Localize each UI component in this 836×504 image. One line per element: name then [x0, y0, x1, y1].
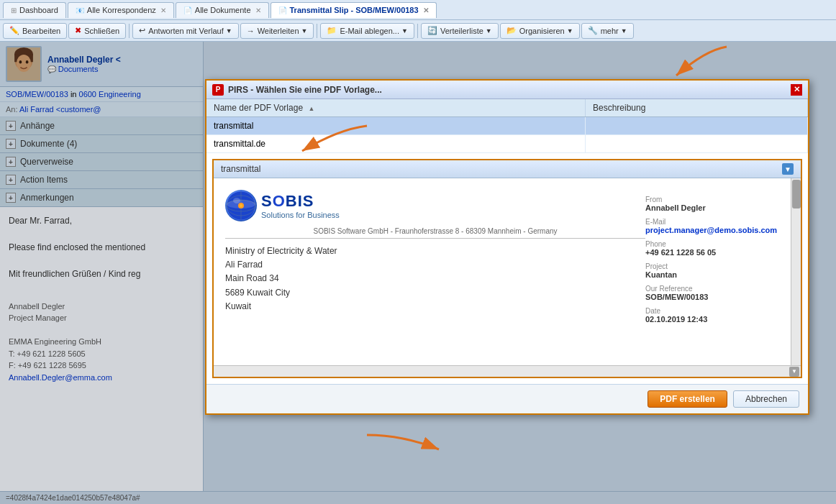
antworten-label: Antworten mit Verlauf [148, 27, 224, 35]
dialog-close-button[interactable]: ✕ [791, 84, 802, 96]
tab-transmittal-close[interactable]: ✕ [423, 6, 429, 14]
recipient-country: Kuwait [225, 300, 645, 313]
weiterleiten-button[interactable]: → Weiterleiten ▼ [240, 23, 314, 39]
tab-alle-dokumente[interactable]: 📄 Alle Dokumente ✕ [176, 2, 269, 18]
template-desc-transmittal [585, 117, 807, 135]
toolbar-sep-2 [317, 24, 317, 38]
tab-korrespondenz-close[interactable]: ✕ [160, 6, 166, 14]
template-table-header: Name der PDF Vorlage ▲ Beschreibung [206, 99, 808, 117]
tab-transmittal[interactable]: 📄 Transmittal Slip - SOB/MEW/00183 ✕ [271, 2, 437, 18]
tab-bar: ⊞ Dashboard 📧 Alle Korrespondenz ✕ 📄 All… [0, 0, 836, 20]
verteilerliste-button[interactable]: 🔄 Verteilerliste ▼ [421, 23, 499, 39]
recipient-name: Ali Farrad [225, 258, 645, 272]
verteilerliste-label: Verteilerliste [440, 27, 483, 35]
preview-toggle-button[interactable]: ▼ [782, 163, 794, 175]
bearbeiten-button[interactable]: ✏️ Bearbeiten [3, 23, 67, 39]
sobis-logo: SOBIS Solutions for Business [225, 190, 645, 221]
organisieren-icon: 📂 [506, 26, 517, 35]
preview-header: transmittal ▼ [214, 160, 801, 178]
svg-point-13 [233, 198, 240, 203]
recipient-postal: 5689 Kuwait City [225, 286, 645, 300]
from-label: From [645, 196, 789, 203]
recipient-street: Main Road 34 [225, 272, 645, 285]
sobis-tagline: Solutions for Business [261, 211, 340, 219]
toolbar-sep-3 [417, 24, 418, 38]
tab-dokumente-label: Alle Dokumente [195, 6, 251, 14]
preview-bottom-scroll: ▼ [214, 365, 801, 377]
dokumente-tab-icon: 📄 [183, 6, 192, 14]
dialog-title: PIRS - Wählen Sie eine PDF Vorlage... [228, 85, 791, 95]
date-value: 02.10.2019 12:43 [645, 315, 789, 324]
company-divider: SOBIS Software GmbH - Fraunhoferstrasse … [225, 227, 645, 239]
email-field-label: E-Mail [645, 218, 789, 226]
weiterleiten-label: Weiterleiten [258, 27, 299, 35]
pdf-template-dialog: P PIRS - Wählen Sie eine PDF Vorlage... … [205, 79, 809, 415]
recipient-info: Ministry of Electricity & Water Ali Farr… [225, 244, 645, 313]
col-name-label: Name der PDF Vorlage [214, 103, 303, 113]
organisieren-label: Organisieren [519, 27, 565, 35]
transmittal-tab-icon: 📄 [278, 6, 287, 14]
template-row-transmittal-de[interactable]: transmittal.de [206, 135, 808, 153]
svg-point-15 [240, 204, 242, 207]
col-name-header: Name der PDF Vorlage ▲ [206, 99, 585, 117]
mehr-label: mehr [601, 27, 619, 35]
project-label: Project [645, 262, 789, 270]
from-value: Annabell Degler [645, 203, 789, 212]
dialog-title-bar: P PIRS - Wählen Sie eine PDF Vorlage... … [206, 81, 808, 99]
scroll-down-icon[interactable]: ▼ [789, 367, 799, 377]
sobis-globe-icon [225, 190, 257, 221]
tab-dashboard[interactable]: ⊞ Dashboard [3, 2, 66, 18]
ref-label: Our Reference [645, 285, 789, 293]
preview-title: transmittal [221, 164, 260, 174]
sort-icon: ▲ [308, 105, 314, 112]
preview-section: transmittal ▼ [212, 159, 802, 378]
weiterleiten-dropdown-icon: ▼ [301, 27, 308, 35]
sobis-text: SOBIS Solutions for Business [261, 192, 340, 219]
bearbeiten-icon: ✏️ [9, 26, 19, 35]
email-ablegen-icon: 📁 [327, 26, 337, 35]
antworten-icon: ↩ [139, 26, 145, 35]
template-row-transmittal[interactable]: transmittal [206, 117, 808, 135]
email-ablegen-dropdown-icon: ▼ [401, 27, 408, 35]
email-ablegen-button[interactable]: 📁 E-Mail ablegen... ▼ [320, 23, 414, 39]
col-desc-header: Beschreibung [585, 99, 807, 117]
preview-right: From Annabell Degler E-Mail project.mana… [645, 190, 789, 354]
template-table: Name der PDF Vorlage ▲ Beschreibung tran… [206, 99, 808, 153]
email-ablegen-label: E-Mail ablegen... [340, 27, 399, 35]
antworten-button[interactable]: ↩ Antworten mit Verlauf ▼ [132, 23, 238, 39]
toolbar: ✏️ Bearbeiten ✖ Schließen ↩ Antworten mi… [0, 20, 836, 42]
toolbar-sep-1 [129, 24, 130, 38]
korrespondenz-tab-icon: 📧 [76, 6, 84, 14]
preview-content: SOBIS Solutions for Business SOBIS Softw… [214, 178, 801, 365]
preview-toggle-icon: ▼ [784, 165, 791, 173]
tab-alle-korrespondenz[interactable]: 📧 Alle Korrespondenz ✕ [68, 2, 174, 18]
email-field-value: project.manager@demo.sobis.com [645, 226, 789, 234]
organisieren-button[interactable]: 📂 Organisieren ▼ [500, 23, 580, 39]
date-label: Date [645, 307, 789, 315]
weiterleiten-icon: → [247, 27, 255, 35]
organisieren-dropdown-icon: ▼ [567, 27, 573, 35]
tab-dokumente-close[interactable]: ✕ [255, 6, 261, 14]
template-name-transmittal-de: transmittal.de [206, 135, 585, 153]
phone-label: Phone [645, 240, 789, 248]
phone-value: +49 621 1228 56 05 [645, 248, 789, 257]
sobis-brand-text: SOBIS [261, 192, 340, 211]
preview-scrollbar[interactable] [791, 178, 801, 365]
svg-point-14 [238, 203, 244, 209]
preview-left: SOBIS Solutions for Business SOBIS Softw… [225, 190, 645, 354]
dashboard-tab-icon: ⊞ [11, 6, 17, 14]
mehr-button[interactable]: 🔧 mehr ▼ [581, 23, 634, 39]
dialog-footer: PDF erstellen Abbrechen [206, 384, 808, 413]
preview-scrollbar-thumb [792, 180, 801, 209]
recipient-company: Ministry of Electricity & Water [225, 244, 645, 258]
template-name-transmittal: transmittal [206, 117, 585, 135]
tab-transmittal-label: Transmittal Slip - SOB/MEW/00183 [290, 6, 419, 14]
pdf-erstellen-button[interactable]: PDF erstellen [648, 390, 727, 408]
schliessen-button[interactable]: ✖ Schließen [68, 23, 126, 39]
verteilerliste-dropdown-icon: ▼ [486, 27, 492, 35]
verteilerliste-icon: 🔄 [427, 26, 437, 35]
col-desc-label: Beschreibung [593, 103, 645, 113]
abbrechen-button[interactable]: Abbrechen [733, 390, 799, 408]
mehr-dropdown-icon: ▼ [621, 27, 627, 35]
company-line: SOBIS Software GmbH - Fraunhoferstrasse … [313, 227, 557, 235]
